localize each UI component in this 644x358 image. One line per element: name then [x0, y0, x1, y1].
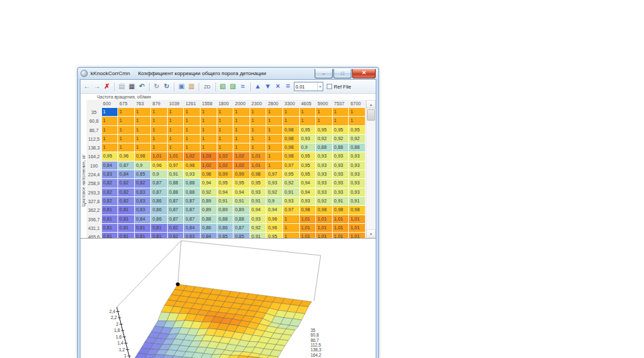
value-cell[interactable]: 0,98	[283, 152, 300, 161]
value-cell[interactable]: 1	[102, 135, 119, 143]
value-cell[interactable]: 1	[135, 108, 152, 117]
value-cell[interactable]: 0,98	[184, 162, 201, 170]
column-header[interactable]: 6700	[349, 100, 366, 108]
value-cell[interactable]: 0,95	[283, 170, 300, 179]
value-cell[interactable]: 1	[201, 143, 217, 152]
value-cell[interactable]: 0,81	[118, 215, 135, 224]
value-cell[interactable]: 0,92	[266, 188, 283, 197]
value-cell[interactable]: 0,81	[102, 206, 119, 215]
column-header[interactable]: 1261	[184, 100, 201, 108]
value-cell[interactable]: 0,95	[300, 162, 317, 170]
value-cell[interactable]: 1,01	[316, 233, 333, 238]
value-cell[interactable]: 1	[266, 162, 283, 170]
value-cell[interactable]: 1,02	[184, 152, 201, 161]
scrollbar-thumb[interactable]	[367, 109, 375, 121]
delete-icon[interactable]: ✗	[103, 80, 111, 93]
value-cell[interactable]: 1,01	[349, 215, 366, 224]
value-cell[interactable]: 1	[300, 117, 317, 125]
value-cell[interactable]: 0,92	[333, 135, 350, 143]
value-cell[interactable]: 0,93	[184, 170, 201, 179]
row-header[interactable]: 258,9	[87, 179, 102, 188]
value-cell[interactable]: 0,82	[118, 188, 135, 197]
value-cell[interactable]: 0,92	[201, 188, 217, 197]
value-cell[interactable]: 0,81	[102, 233, 119, 238]
value-cell[interactable]: 1,01	[333, 215, 350, 224]
value-cell[interactable]: 1,01	[250, 162, 267, 170]
value-cell[interactable]: 1	[283, 224, 300, 233]
value-cell[interactable]: 0,87	[168, 206, 184, 215]
value-cell[interactable]: 1	[151, 117, 168, 125]
value-cell[interactable]: 0,95	[233, 179, 250, 188]
value-cell[interactable]: 0,92	[349, 135, 366, 143]
value-cell[interactable]: 1	[266, 152, 283, 161]
value-cell[interactable]: 1,01	[333, 233, 350, 238]
value-cell[interactable]: 1,01	[333, 224, 350, 233]
value-cell[interactable]: 0,87	[151, 188, 168, 197]
value-cell[interactable]: 0,82	[168, 224, 184, 233]
value-cell[interactable]: 1	[300, 108, 317, 117]
value-cell[interactable]: 1	[102, 126, 119, 135]
value-cell[interactable]: 1,02	[233, 162, 250, 170]
value-cell[interactable]: 0,94	[266, 206, 283, 215]
value-cell[interactable]: 0,88	[233, 215, 250, 224]
value-cell[interactable]: 0,93	[316, 170, 333, 179]
value-cell[interactable]: 1,01	[349, 224, 366, 233]
load-table-icon[interactable]: ▤	[117, 80, 126, 93]
value-cell[interactable]: 1	[233, 135, 250, 143]
scroll-down-icon[interactable]: ▼	[366, 229, 376, 238]
value-cell[interactable]: 1	[184, 143, 201, 152]
row-header[interactable]: 190	[87, 162, 102, 170]
value-cell[interactable]: 1	[135, 143, 152, 152]
value-cell[interactable]: 0,9	[135, 162, 152, 170]
value-cell[interactable]: 0,89	[201, 197, 217, 206]
value-cell[interactable]: 1	[118, 143, 135, 152]
value-cell[interactable]: 0,83	[184, 233, 201, 238]
value-cell[interactable]: 1	[250, 135, 267, 143]
value-cell[interactable]: 0,91	[168, 170, 184, 179]
equals-icon[interactable]: =	[284, 80, 292, 93]
value-cell[interactable]: 0,94	[217, 188, 234, 197]
value-cell[interactable]: 1	[168, 108, 184, 117]
value-cell[interactable]: 0,93	[349, 170, 366, 179]
value-cell[interactable]: 0,93	[316, 152, 333, 161]
value-cell[interactable]: 0,88	[184, 188, 201, 197]
value-cell[interactable]: 0,96	[266, 215, 283, 224]
value-cell[interactable]: 0,89	[217, 206, 234, 215]
paste-icon[interactable]: ▥	[187, 80, 196, 93]
value-cell[interactable]: 0,97	[283, 206, 300, 215]
row-header[interactable]: 164,2	[87, 152, 102, 161]
value-cell[interactable]: 0,95	[316, 126, 333, 135]
value-cell[interactable]: 0,93	[333, 162, 350, 170]
value-cell[interactable]: 0,98	[333, 206, 350, 215]
value-cell[interactable]: 0,84	[102, 162, 119, 170]
value-cell[interactable]: 0,81	[118, 233, 135, 238]
value-cell[interactable]: 0,94	[250, 206, 267, 215]
value-cell[interactable]: 0,81	[151, 224, 168, 233]
value-cell[interactable]: 0,87	[184, 215, 201, 224]
value-cell[interactable]: 0,93	[333, 188, 350, 197]
multiply-icon[interactable]: ×	[274, 80, 282, 93]
value-cell[interactable]: 0,95	[300, 170, 317, 179]
value-cell[interactable]: 1	[349, 117, 366, 125]
value-cell[interactable]: 0,87	[151, 179, 168, 188]
value-cell[interactable]: 1,02	[217, 152, 234, 161]
value-cell[interactable]: 1	[217, 143, 234, 152]
column-header[interactable]: 1800	[217, 100, 234, 108]
value-cell[interactable]: 0,93	[300, 135, 317, 143]
value-cell[interactable]: 0,91	[333, 197, 350, 206]
value-cell[interactable]: 1	[168, 126, 184, 135]
value-cell[interactable]: 0,95	[266, 233, 283, 238]
close-button[interactable]: ✕	[352, 69, 376, 78]
value-cell[interactable]: 1	[151, 126, 168, 135]
row-header[interactable]: 35	[87, 108, 102, 117]
increase-icon[interactable]: ▲	[254, 80, 262, 93]
value-cell[interactable]: 0,95	[102, 152, 119, 161]
value-cell[interactable]: 0,93	[333, 152, 350, 161]
value-cell[interactable]: 0,93	[349, 179, 366, 188]
minimize-button[interactable]: –	[315, 69, 333, 78]
value-cell[interactable]: 0,93	[316, 188, 333, 197]
value-cell[interactable]: 1	[118, 108, 135, 117]
value-cell[interactable]: 0,88	[217, 215, 234, 224]
value-cell[interactable]: 1	[316, 108, 333, 117]
value-cell[interactable]: 0,96	[151, 162, 168, 170]
